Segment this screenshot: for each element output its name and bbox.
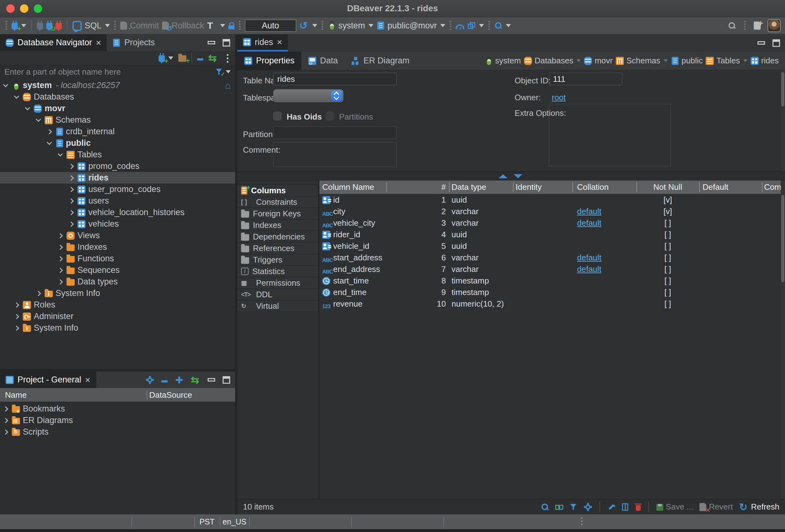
tab-data[interactable]: Data [301, 52, 345, 70]
cell-data-type[interactable]: varchar [452, 253, 479, 262]
chevron-right-icon[interactable] [3, 418, 8, 423]
tree-item-schemas[interactable]: Schemas [0, 114, 235, 126]
column-header-default[interactable]: Default [703, 182, 759, 192]
column-divider[interactable] [386, 182, 387, 192]
collapse-all-button[interactable] [197, 55, 203, 60]
dashboard-button[interactable] [456, 22, 464, 29]
column-divider[interactable] [636, 182, 637, 192]
open-perspective-button[interactable] [754, 22, 761, 30]
new-folder-button[interactable]: + [178, 54, 186, 62]
column-divider[interactable] [449, 182, 450, 192]
compare-icon[interactable] [555, 503, 563, 511]
collapse-all-icon[interactable] [161, 380, 168, 382]
column-header-column-name[interactable]: Column Name [322, 182, 385, 192]
cell-not-null[interactable]: [ ] [636, 299, 699, 309]
transaction-log-button[interactable]: T [207, 22, 225, 30]
column-header-data-type[interactable]: Data type [452, 182, 511, 192]
has-oids-checkbox[interactable] [273, 112, 282, 120]
user-avatar[interactable] [767, 19, 781, 32]
chevron-down-icon[interactable] [226, 70, 231, 73]
column-row-city[interactable]: city2varchardefault[v] [320, 205, 781, 217]
commit-mode-select[interactable]: Auto [245, 19, 296, 32]
cell-not-null[interactable]: [ ] [636, 230, 699, 239]
link-arrows-icon[interactable] [191, 376, 200, 384]
expand-up-icon[interactable] [499, 174, 507, 178]
minimize-editor-icon[interactable] [758, 41, 765, 45]
chevron-right-icon[interactable] [69, 210, 74, 215]
chevron-right-icon[interactable] [3, 406, 8, 411]
object-tab-references[interactable]: References [237, 242, 319, 254]
owner-link[interactable]: root [552, 93, 566, 102]
column-row-vehicle-id[interactable]: vehicle_id5uuid[ ] [320, 240, 781, 252]
quick-access-search-button[interactable] [728, 22, 736, 30]
close-icon[interactable]: × [277, 38, 283, 46]
chevron-right-icon[interactable] [58, 279, 63, 284]
tree-item-databases[interactable]: Databases [0, 91, 235, 103]
project-item-er-diagrams[interactable]: ER Diagrams [0, 414, 235, 426]
status-locale[interactable]: en_US [220, 517, 249, 526]
grid-search-icon[interactable] [541, 503, 549, 511]
cell-not-null[interactable]: [ ] [636, 218, 699, 228]
chevron-right-icon[interactable] [69, 198, 74, 204]
splitter-sash[interactable] [237, 172, 785, 180]
revert-button[interactable]: ×Revert [700, 502, 733, 512]
tree-item-functions[interactable]: Functions [0, 253, 235, 264]
editor-tab-rides[interactable]: rides × [237, 34, 288, 52]
rollback-button[interactable]: ↺Rollback [162, 21, 204, 31]
cell-data-type[interactable]: numeric(10, 2) [452, 299, 504, 309]
data-search-button[interactable] [494, 22, 511, 30]
cell-data-type[interactable]: uuid [452, 230, 467, 239]
filter-icon[interactable]: ✓ [215, 68, 223, 76]
chevron-right-icon[interactable] [58, 256, 63, 261]
link-with-editor-button[interactable] [208, 54, 218, 62]
chevron-down-icon[interactable] [47, 140, 52, 145]
object-tab-permissions[interactable]: Permissions [237, 277, 319, 289]
tree-item-sequences[interactable]: Sequences [0, 264, 235, 276]
cell-column-name[interactable]: id [333, 195, 339, 205]
chevron-down-icon[interactable] [36, 117, 41, 122]
breadcrumb-schemas[interactable]: Schemas [616, 56, 667, 66]
chevron-right-icon[interactable] [58, 233, 63, 238]
cell-data-type[interactable]: varchar [452, 218, 479, 228]
tab-properties[interactable]: Properties [237, 52, 301, 70]
column-header-collation[interactable]: Collation [577, 182, 633, 192]
tree-item-user-promo-codes[interactable]: user_promo_codes [0, 183, 235, 195]
compare-data-button[interactable] [467, 22, 484, 30]
cell-collation-link[interactable]: default [577, 264, 601, 274]
chevron-right-icon[interactable] [69, 163, 74, 169]
column-header-not-null[interactable]: Not Null [636, 182, 699, 192]
column-header-datasource[interactable]: DataSource [149, 390, 192, 400]
tree-item-public[interactable]: public [0, 137, 235, 149]
tree-item-indexes[interactable]: Indexes [0, 241, 235, 253]
grid-filter-icon[interactable] [569, 503, 578, 511]
column-divider[interactable] [699, 182, 700, 192]
view-menu-button[interactable] [223, 54, 232, 62]
tablespace-select[interactable] [273, 89, 344, 102]
object-tab-ddl[interactable]: DDL [237, 288, 319, 300]
object-tab-triggers[interactable]: Triggers [237, 254, 319, 266]
tree-item-views[interactable]: Views [0, 230, 235, 241]
cell-data-type[interactable]: uuid [452, 195, 467, 205]
object-tab-dependencies[interactable]: Dependencies [237, 231, 319, 243]
cell-data-type[interactable]: timestamp [452, 276, 489, 286]
column-row-end-time[interactable]: end_time9timestamp[ ] [320, 286, 781, 298]
cell-column-name[interactable]: revenue [333, 299, 362, 309]
cell-collation-link[interactable]: default [577, 207, 601, 217]
chevron-down-icon[interactable] [58, 151, 63, 156]
zoom-window-button[interactable] [34, 4, 42, 13]
connect-button[interactable] [37, 22, 43, 30]
active-schema-select[interactable]: public@movr [377, 21, 445, 31]
object-tab-columns[interactable]: Columns [237, 184, 319, 196]
chevron-right-icon[interactable] [69, 175, 74, 180]
tab-projects[interactable]: Projects [107, 34, 160, 51]
tree-item-data-types[interactable]: Data types [0, 276, 235, 287]
chevron-right-icon[interactable] [47, 129, 52, 134]
close-window-button[interactable] [6, 4, 15, 13]
delete-icon[interactable] [636, 505, 641, 511]
cell-collation-link[interactable]: default [577, 253, 601, 262]
extra-options-box[interactable] [549, 104, 671, 167]
cell-column-name[interactable]: vehicle_city [333, 218, 375, 228]
object-tab-indexes[interactable]: Indexes [237, 219, 319, 231]
chevron-down-icon[interactable] [3, 82, 8, 87]
object-tab-constraints[interactable]: Constraints [237, 196, 319, 208]
